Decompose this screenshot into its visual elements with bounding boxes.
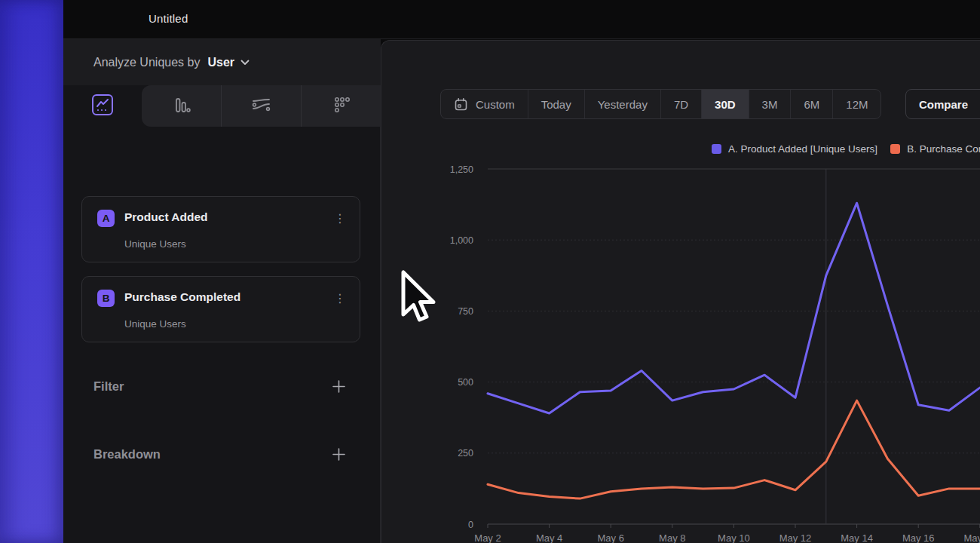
filter-section-header: Filter: [63, 373, 381, 400]
metric-name[interactable]: Product Added: [124, 210, 208, 224]
breakdown-title: Breakdown: [93, 447, 161, 462]
flow-chart-icon: [250, 94, 273, 119]
svg-text:1,000: 1,000: [450, 235, 473, 246]
tab-line-chart[interactable]: [63, 85, 142, 127]
chevron-down-icon: [240, 60, 250, 66]
svg-text:May 12: May 12: [779, 532, 812, 543]
metric-card-b[interactable]: B Purchase Completed ⋮ Unique Users: [81, 276, 360, 342]
report-title[interactable]: Untitled: [149, 12, 188, 25]
filter-title: Filter: [93, 379, 124, 394]
metric-badge: A: [97, 210, 115, 227]
analyze-prefix-label: Analyze Uniques by: [93, 56, 200, 69]
metric-badge: B: [97, 290, 115, 307]
analyze-selected-value[interactable]: User: [207, 56, 234, 69]
brand-gradient-strip: [0, 0, 63, 543]
svg-text:May 10: May 10: [718, 532, 750, 543]
svg-text:1,250: 1,250: [450, 164, 473, 175]
chart-type-tabs: [63, 85, 381, 127]
svg-text:500: 500: [458, 377, 473, 388]
svg-text:May 8: May 8: [659, 532, 685, 543]
query-sidebar: Analyze Uniques by User: [63, 39, 381, 543]
tab-flow-chart[interactable]: [221, 85, 301, 127]
line-chart[interactable]: 02505007501,0001,250May 2May 4May 6May 8…: [381, 40, 980, 543]
svg-text:May 2: May 2: [474, 532, 501, 543]
svg-text:250: 250: [458, 448, 473, 459]
line-chart-svg: 02505007501,0001,250May 2May 4May 6May 8…: [381, 40, 980, 543]
svg-text:0: 0: [468, 520, 473, 530]
svg-text:May 14: May 14: [841, 532, 873, 543]
line-chart-icon: [91, 94, 114, 119]
metric-card-a[interactable]: A Product Added ⋮ Unique Users: [81, 196, 360, 262]
kebab-menu-icon[interactable]: ⋮: [332, 290, 348, 307]
chart-type-tab-group: [142, 85, 381, 127]
tab-grid-metrics[interactable]: [301, 85, 381, 127]
svg-text:May 18: May 18: [963, 532, 980, 543]
breakdown-section-header: Breakdown: [63, 440, 381, 468]
add-filter-button[interactable]: [332, 379, 345, 393]
metric-subtitle[interactable]: Unique Users: [124, 238, 186, 250]
analyze-uniques-dropdown[interactable]: Analyze Uniques by User: [63, 39, 381, 85]
metric-name[interactable]: Purchase Completed: [124, 290, 240, 304]
kebab-menu-icon[interactable]: ⋮: [332, 210, 348, 227]
add-breakdown-button[interactable]: [332, 447, 345, 461]
bar-chart-icon: [171, 94, 192, 118]
svg-text:May 6: May 6: [597, 532, 623, 543]
svg-text:May 4: May 4: [536, 532, 562, 543]
app-header: Untitled: [63, 0, 980, 39]
metric-subtitle[interactable]: Unique Users: [124, 318, 186, 330]
svg-text:750: 750: [458, 306, 473, 317]
grid-dots-icon: [331, 94, 352, 118]
svg-text:May 16: May 16: [902, 532, 935, 543]
tab-bar-chart[interactable]: [142, 85, 221, 127]
